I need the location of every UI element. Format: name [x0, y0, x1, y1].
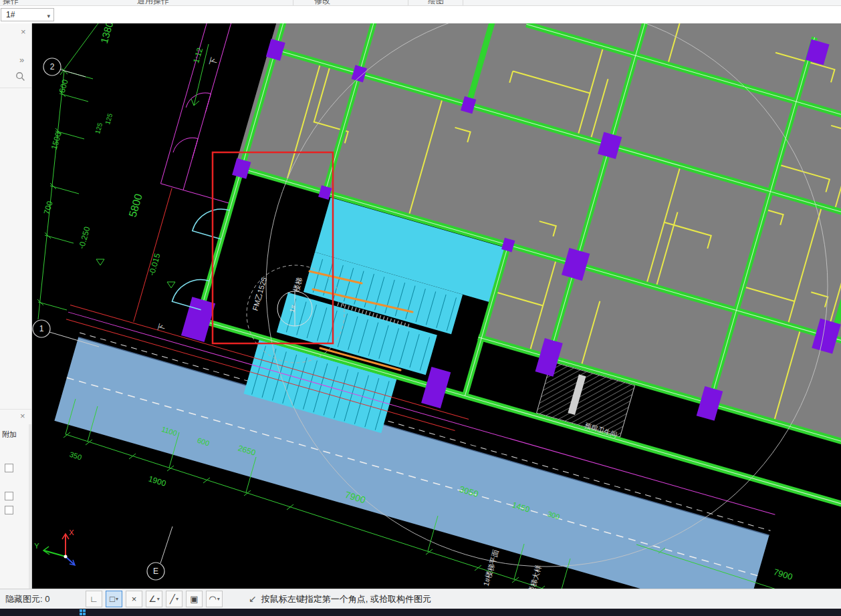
chevron-down-icon: ▾	[157, 596, 160, 602]
layer-checkbox[interactable]	[5, 506, 13, 514]
arc-tool[interactable]: ◠▾	[206, 591, 223, 607]
status-tools: ∟□▾×∠▾╱▾▣◠▾	[86, 591, 223, 607]
app-window: { "ribbon": { "groups": ["操作", "通用操作", "…	[0, 0, 841, 616]
rect-select-tool-icon: □	[110, 594, 115, 604]
hidden-elements-label: 隐藏图元: 0	[5, 589, 49, 609]
drawing-canvas[interactable]: 13800600150070058001:12下125125-0.250-0.0…	[32, 23, 841, 589]
attach-panel-label: 附加	[2, 430, 17, 440]
polyline-tool[interactable]: ╱▾	[166, 591, 183, 607]
angle-tool-icon: ∠	[148, 594, 156, 604]
chevron-down-icon: ▾	[116, 596, 118, 602]
windows-taskbar	[0, 609, 841, 616]
close-icon[interactable]: ×	[21, 27, 26, 36]
cross-window-tool[interactable]: ×	[126, 591, 142, 607]
floor-selector-value: 1#	[6, 10, 15, 19]
canvas-label: Y	[34, 542, 39, 550]
ribbon-group-label: 操作	[3, 0, 19, 6]
left-sidebar: × » × 附加	[0, 23, 32, 589]
ribbon-separator	[463, 0, 463, 5]
sidebar-divider	[0, 409, 31, 410]
prompt-text: 按鼠标左键指定第一个角点, 或拾取构件图元	[261, 594, 431, 604]
drawing-canvas-container: 13800600150070058001:12下125125-0.250-0.0…	[32, 23, 841, 589]
layer-checkbox[interactable]	[5, 464, 13, 472]
chevron-down-icon: ▾	[217, 596, 220, 602]
canvas-label: E	[153, 567, 158, 576]
canvas-label: 1	[39, 324, 44, 333]
arc-tool-icon: ◠	[209, 594, 216, 604]
canvas-label: 2	[50, 62, 55, 71]
copy-tool[interactable]: ▣	[186, 591, 203, 607]
ribbon-group-label: 通用操作	[137, 0, 169, 6]
sidebar-divider	[0, 88, 31, 88]
ribbon-group-label: 修改	[314, 0, 330, 6]
floor-selector[interactable]: 1# ▾	[1, 8, 54, 21]
sidebar-scrollbar[interactable]	[29, 424, 31, 589]
layer-checkbox[interactable]	[5, 492, 13, 500]
ribbon-group-label: 绘图	[428, 0, 444, 6]
angle-tool[interactable]: ∠▾	[146, 591, 162, 607]
polyline-tool-icon: ╱	[170, 594, 175, 604]
rect-select-tool[interactable]: □▾	[106, 591, 122, 607]
canvas-label: X	[69, 528, 74, 536]
corner-arrow-icon: ↙	[249, 593, 257, 604]
ribbon-separator	[293, 0, 293, 5]
ribbon-strip: 操作 通用操作 修改 绘图	[0, 0, 841, 6]
chevron-down-icon: ▾	[176, 596, 178, 602]
status-bar: 隐藏图元: 0 ∟□▾×∠▾╱▾▣◠▾ ↙按鼠标左键指定第一个角点, 或拾取构件…	[0, 589, 841, 609]
cross-window-tool-icon: ×	[132, 594, 137, 604]
windows-start-icon[interactable]	[80, 609, 86, 615]
copy-tool-icon: ▣	[190, 594, 198, 604]
close-icon[interactable]: ×	[20, 412, 25, 420]
toolbar-row: 1# ▾	[0, 6, 841, 24]
ortho-tool-icon: ∟	[90, 594, 98, 604]
command-prompt: ↙按鼠标左键指定第一个角点, 或拾取构件图元	[249, 589, 431, 609]
ribbon-separator	[408, 0, 408, 5]
expand-icon[interactable]: »	[19, 55, 24, 64]
ortho-tool[interactable]: ∟	[86, 591, 102, 607]
chevron-down-icon: ▾	[47, 10, 50, 22]
search-icon[interactable]	[15, 71, 25, 82]
